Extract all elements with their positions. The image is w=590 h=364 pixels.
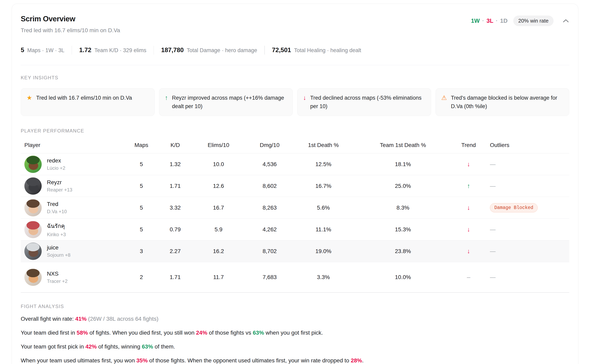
cell-kd: 0.79 [154, 226, 197, 233]
cell-maps: 3 [129, 248, 154, 254]
summary-stats-row: 5Maps · 1W · 3L1.72Team K/D · 329 elims1… [21, 46, 569, 55]
insight-card: ↑Reyzr improved across maps (++16% damag… [159, 88, 293, 116]
record-draws: 1D [500, 18, 508, 24]
cell-elims10: 11.7 [197, 274, 240, 280]
trend-cell: ↑ [458, 182, 479, 190]
outlier-dash: — [490, 226, 496, 233]
cell-team-first-death: 23.8% [348, 248, 458, 254]
player-cell: NXSTracer +2 [21, 269, 129, 286]
cell-first-death: 11.1% [299, 226, 348, 233]
player-name: redex [47, 157, 65, 164]
player-avatar [24, 177, 42, 195]
trend-down-icon: ↓ [467, 226, 470, 233]
collapse-chevron-icon[interactable] [562, 19, 569, 23]
player-name: NXS [47, 271, 67, 277]
player-name: Tred [47, 201, 67, 207]
fight-text: Your team died first in [21, 330, 77, 336]
player-cell: ฉันรักคุKiriko +3 [21, 221, 129, 238]
fight-text [87, 316, 88, 322]
cell-maps: 5 [129, 183, 154, 189]
cell-kd: 1.71 [154, 274, 197, 280]
outliers-cell: — [479, 183, 569, 189]
trend-cell: ↓ [458, 226, 479, 233]
outlier-dash: — [490, 274, 496, 280]
fight-text: of those fights. When the opponent used … [148, 357, 351, 364]
column-header-1st-death-: 1st Death % [299, 142, 348, 148]
outlier-dash: — [490, 161, 496, 167]
trend-up-icon: ↑ [467, 182, 470, 189]
cell-elims10: 10.0 [197, 161, 240, 168]
cell-kd: 1.32 [154, 161, 197, 168]
stat-label: Total Damage · hero damage [187, 47, 257, 53]
cell-maps: 5 [129, 205, 154, 211]
cell-elims10: 16.7 [197, 205, 240, 211]
player-name: Reyzr [47, 179, 72, 186]
player-avatar [24, 243, 42, 260]
table-row[interactable]: redexLúcio +251.3210.04,53612.5%18.1%↓— [21, 153, 569, 175]
cell-elims10: 16.2 [197, 248, 240, 254]
cell-first-death: 16.7% [299, 183, 348, 189]
fight-text: when you got first pick. [264, 330, 323, 336]
player-name: juice [47, 244, 71, 251]
stat-value: 187,780 [161, 46, 184, 54]
insight-text: Reyzr improved across maps (++16% damage… [172, 94, 287, 110]
fight-analysis-line: Your team died first in 58% of fights. W… [21, 330, 569, 336]
stat-value: 5 [21, 46, 24, 54]
player-avatar [24, 269, 42, 286]
stat-value: 1.72 [79, 46, 91, 54]
card-header: Scrim Overview Tred led with 16.7 elims/… [21, 4, 569, 34]
column-header-k-d: K/D [154, 142, 197, 148]
cell-maps: 2 [129, 274, 154, 280]
cell-team-first-death: 25.0% [348, 183, 458, 189]
fight-analysis-lines: Overall fight win rate: 41% (26W / 38L a… [21, 316, 569, 364]
fight-stat-red: 28% [351, 357, 362, 364]
cell-maps: 5 [129, 161, 154, 168]
player-avatar [24, 221, 42, 238]
outlier-dash: — [490, 183, 496, 189]
table-row[interactable]: ReyzrReaper +1351.7112.68,60216.7%25.0%↑… [21, 175, 569, 197]
cell-first-death: 3.3% [299, 274, 348, 280]
table-row[interactable]: ฉันรักคุKiriko +350.795.94,26211.1%15.3%… [21, 219, 569, 240]
player-name-stack: ReyzrReaper +13 [47, 179, 72, 193]
fight-stat-green: 63% [142, 344, 153, 350]
summary-stat: 187,780Total Damage · hero damage [161, 46, 257, 54]
fight-text: . [362, 357, 364, 364]
warning-icon: ⚠ [441, 94, 447, 102]
cell-elims10: 12.6 [197, 183, 240, 189]
column-header-player: Player [21, 142, 129, 148]
player-cell: ReyzrReaper +13 [21, 177, 129, 195]
fight-text: of those fights vs [207, 330, 253, 336]
table-row[interactable]: NXSTracer +221.7111.77,6833.3%10.0%–— [21, 262, 569, 293]
insight-text: Tred's damage blocked is below average f… [451, 94, 564, 110]
record-wins: 1W [471, 18, 480, 24]
outliers-cell: — [479, 248, 569, 254]
cell-dmg10: 7,683 [240, 274, 299, 280]
key-insights-label: KEY INSIGHTS [21, 75, 569, 81]
table-row[interactable]: juiceSojourn +832.2716.28,70219.0%23.8%↓… [21, 240, 569, 262]
table-header-row: PlayerMapsK/DElims/10Dmg/101st Death %Te… [21, 141, 569, 153]
fight-text: When your team used ultimates first, you… [21, 357, 136, 364]
player-name: ฉันรักคุ [47, 221, 66, 230]
cell-team-first-death: 10.0% [348, 274, 458, 280]
trend-cell: ↓ [458, 248, 479, 255]
player-name-stack: ฉันรักคุKiriko +3 [47, 221, 66, 237]
fight-stat-gray: (26W / 38L across 64 fights) [88, 316, 158, 322]
header-right: 1W · 3L · 1D 20% win rate [471, 15, 569, 26]
trend-cell: ↓ [458, 204, 479, 211]
scrim-overview-card: Scrim Overview Tred led with 16.7 elims/… [12, 4, 578, 364]
fight-stat-red: 35% [136, 357, 148, 364]
fight-text: Your team got first pick in [21, 344, 85, 350]
insight-text: Tred declined across maps (-53% eliminat… [310, 94, 425, 110]
outlier-badge: Damage Blocked [490, 203, 538, 212]
stat-divider [264, 46, 265, 55]
table-row[interactable]: TredD.Va +1053.3216.78,2635.6%8.3%↓Damag… [21, 197, 569, 219]
trend-none-dash: – [467, 274, 470, 281]
stat-label: Total Healing · healing dealt [294, 47, 361, 53]
fight-analysis-line: When your team used ultimates first, you… [21, 357, 569, 364]
cell-dmg10: 8,602 [240, 183, 299, 189]
fight-stat-red: 58% [77, 330, 88, 336]
column-header-trend: Trend [458, 142, 479, 148]
header-left: Scrim Overview Tred led with 16.7 elims/… [21, 15, 120, 34]
fight-analysis-label: FIGHT ANALYSIS [21, 304, 569, 309]
outliers-cell: — [479, 226, 569, 233]
